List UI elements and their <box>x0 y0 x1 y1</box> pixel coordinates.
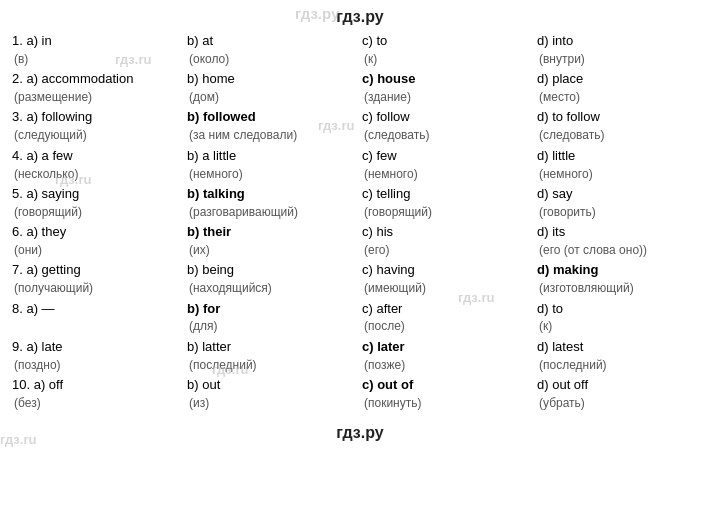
cell-8-4: d) to(к) <box>533 300 708 336</box>
cell-main-2-4: d) place <box>537 70 704 89</box>
cell-main-6-1: 6. а) they <box>12 223 179 242</box>
cell-main-4-3: c) few <box>362 147 529 166</box>
cell-sub-10-4: (убрать) <box>537 395 704 412</box>
cell-main-9-1: 9. а) late <box>12 338 179 357</box>
cell-4-3: c) few(немного) <box>358 147 533 183</box>
cell-main-3-1: 3. а) following <box>12 108 179 127</box>
cell-sub-9-2: (последний) <box>187 357 354 374</box>
cell-1-3: c) to(к) <box>358 32 533 68</box>
cell-sub-1-1: (в) <box>12 51 179 68</box>
answer-row-5: 5. а) saying(говорящий)b) talking(разгов… <box>8 185 712 221</box>
cell-4-1: 4. а) a few(несколько) <box>8 147 183 183</box>
cell-sub-10-2: (из) <box>187 395 354 412</box>
cell-10-2: b) out(из) <box>183 376 358 412</box>
page-footer: гдз.ру <box>0 414 720 448</box>
answer-row-9: 9. а) late(поздно)b) latter(последний)c)… <box>8 338 712 374</box>
cell-main-2-2: b) home <box>187 70 354 89</box>
cell-sub-1-3: (к) <box>362 51 529 68</box>
answer-row-1: 1. а) in(в)b) at(около)c) to(к)d) into(в… <box>8 32 712 68</box>
cell-1-4: d) into(внутри) <box>533 32 708 68</box>
answer-row-7: 7. а) getting(получающий)b) being(находя… <box>8 261 712 297</box>
cell-main-9-2: b) latter <box>187 338 354 357</box>
cell-sub-2-4: (место) <box>537 89 704 106</box>
cell-sub-3-3: (следовать) <box>362 127 529 144</box>
answer-row-4: 4. а) a few(несколько)b) a little(немног… <box>8 147 712 183</box>
cell-main-2-3: c) house <box>362 70 529 89</box>
cell-6-1: 6. а) they(они) <box>8 223 183 259</box>
cell-main-5-4: d) say <box>537 185 704 204</box>
cell-main-5-1: 5. а) saying <box>12 185 179 204</box>
cell-sub-7-2: (находящийся) <box>187 280 354 297</box>
cell-sub-9-4: (последний) <box>537 357 704 374</box>
cell-sub-5-2: (разговаривающий) <box>187 204 354 221</box>
cell-8-1: 8. а) — <box>8 300 183 319</box>
cell-9-4: d) latest(последний) <box>533 338 708 374</box>
cell-7-2: b) being(находящийся) <box>183 261 358 297</box>
cell-main-1-2: b) at <box>187 32 354 51</box>
cell-9-2: b) latter(последний) <box>183 338 358 374</box>
cell-sub-10-3: (покинуть) <box>362 395 529 412</box>
cell-main-5-2: b) talking <box>187 185 354 204</box>
cell-sub-9-3: (позже) <box>362 357 529 374</box>
cell-5-4: d) say(говорить) <box>533 185 708 221</box>
cell-main-3-2: b) followed <box>187 108 354 127</box>
cell-sub-7-4: (изготовляющий) <box>537 280 704 297</box>
cell-4-4: d) little(немного) <box>533 147 708 183</box>
cell-sub-8-4: (к) <box>537 318 704 335</box>
cell-sub-6-2: (их) <box>187 242 354 259</box>
answer-row-2: 2. а) accommodation(размещение)b) home(д… <box>8 70 712 106</box>
cell-main-4-1: 4. а) a few <box>12 147 179 166</box>
cell-main-5-3: c) telling <box>362 185 529 204</box>
cell-9-3: c) later(позже) <box>358 338 533 374</box>
cell-6-2: b) their(их) <box>183 223 358 259</box>
cell-sub-8-3: (после) <box>362 318 529 335</box>
cell-main-8-3: c) after <box>362 300 529 319</box>
answer-row-6: 6. а) they(они)b) their(их)c) his(его)d)… <box>8 223 712 259</box>
cell-sub-2-1: (размещение) <box>12 89 179 106</box>
cell-main-9-3: c) later <box>362 338 529 357</box>
cell-sub-2-2: (дом) <box>187 89 354 106</box>
cell-sub-9-1: (поздно) <box>12 357 179 374</box>
cell-main-6-2: b) their <box>187 223 354 242</box>
cell-main-10-1: 10. а) off <box>12 376 179 395</box>
cell-6-4: d) its(его (от слова оно)) <box>533 223 708 259</box>
cell-sub-2-3: (здание) <box>362 89 529 106</box>
cell-main-10-4: d) out off <box>537 376 704 395</box>
cell-main-6-3: c) his <box>362 223 529 242</box>
cell-main-8-2: b) for <box>187 300 354 319</box>
cell-main-8-4: d) to <box>537 300 704 319</box>
answer-row-3: 3. а) following(следующий)b) followed(за… <box>8 108 712 144</box>
cell-main-1-3: c) to <box>362 32 529 51</box>
cell-3-3: c) follow(следовать) <box>358 108 533 144</box>
answer-content: 1. а) in(в)b) at(около)c) to(к)d) into(в… <box>0 30 720 412</box>
cell-sub-6-3: (его) <box>362 242 529 259</box>
cell-main-1-4: d) into <box>537 32 704 51</box>
cell-main-9-4: d) latest <box>537 338 704 357</box>
cell-sub-6-4: (его (от слова оно)) <box>537 242 704 259</box>
cell-main-4-2: b) a little <box>187 147 354 166</box>
cell-sub-4-1: (несколько) <box>12 166 179 183</box>
cell-main-10-2: b) out <box>187 376 354 395</box>
cell-10-1: 10. а) off(без) <box>8 376 183 412</box>
cell-main-7-3: c) having <box>362 261 529 280</box>
cell-1-1: 1. а) in(в) <box>8 32 183 68</box>
cell-8-2: b) for(для) <box>183 300 358 336</box>
cell-sub-5-4: (говорить) <box>537 204 704 221</box>
cell-10-4: d) out off(убрать) <box>533 376 708 412</box>
cell-3-2: b) followed(за ним следовали) <box>183 108 358 144</box>
cell-9-1: 9. а) late(поздно) <box>8 338 183 374</box>
cell-10-3: c) out of(покинуть) <box>358 376 533 412</box>
cell-sub-5-1: (говорящий) <box>12 204 179 221</box>
cell-main-1-1: 1. а) in <box>12 32 179 51</box>
cell-7-1: 7. а) getting(получающий) <box>8 261 183 297</box>
cell-sub-7-1: (получающий) <box>12 280 179 297</box>
cell-5-1: 5. а) saying(говорящий) <box>8 185 183 221</box>
cell-8-3: c) after(после) <box>358 300 533 336</box>
cell-4-2: b) a little(немного) <box>183 147 358 183</box>
cell-main-8-1: 8. а) — <box>12 300 179 319</box>
cell-3-4: d) to follow(следовать) <box>533 108 708 144</box>
cell-3-1: 3. а) following(следующий) <box>8 108 183 144</box>
cell-sub-7-3: (имеющий) <box>362 280 529 297</box>
cell-6-3: c) his(его) <box>358 223 533 259</box>
cell-main-7-4: d) making <box>537 261 704 280</box>
